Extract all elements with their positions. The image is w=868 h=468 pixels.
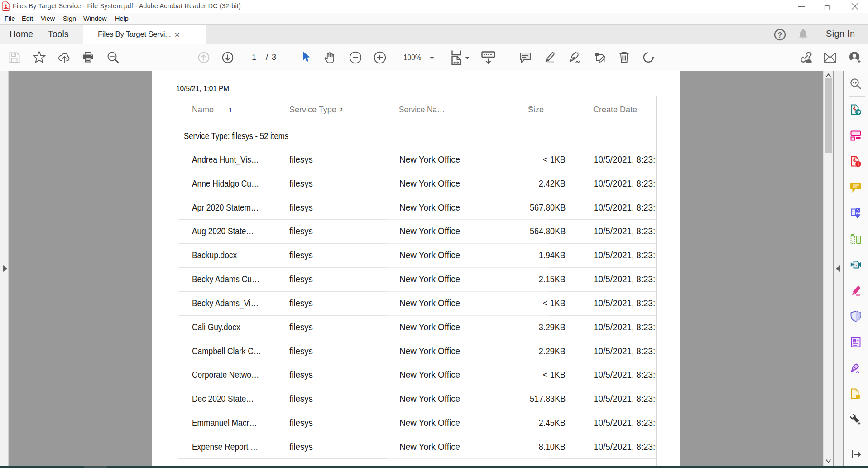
- svg-text:?: ?: [778, 31, 782, 39]
